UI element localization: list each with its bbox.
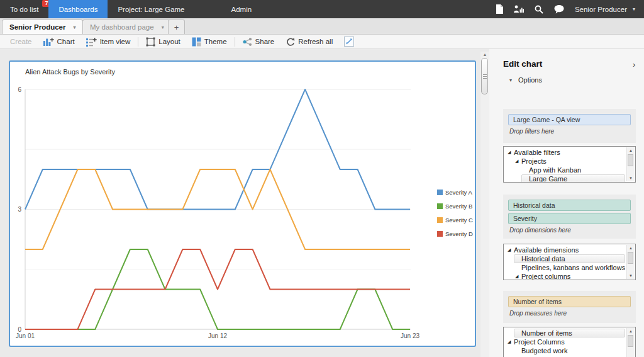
add-item-view-button[interactable]: Item view xyxy=(80,35,136,48)
tree-item-number-of-items[interactable]: Number of items xyxy=(504,329,635,337)
share-button[interactable]: Share xyxy=(237,35,280,48)
nav-item-label: Dashboards xyxy=(58,6,97,13)
collapse-panel-chevron-icon[interactable]: › xyxy=(633,60,635,69)
tree-item-app-with-kanban[interactable]: App with Kanban xyxy=(504,166,635,174)
tree-item-available-filters[interactable]: ◢Available filters xyxy=(504,148,635,157)
toolbar-separator xyxy=(235,37,235,47)
scroll-up-icon[interactable]: ▲ xyxy=(627,246,635,250)
legend-swatch-severity-b xyxy=(437,203,443,209)
scroll-down-icon[interactable]: ▼ xyxy=(627,176,635,180)
chat-icon[interactable] xyxy=(554,5,564,14)
chip-label: Large Game - QA view xyxy=(513,116,580,123)
tree-item-label: Available dimensions xyxy=(514,246,579,254)
plus-icon: + xyxy=(174,23,179,32)
caret-down-icon: ▾ xyxy=(509,77,512,83)
search-icon[interactable] xyxy=(535,5,543,14)
user-name: Senior Producer xyxy=(575,6,627,13)
layout-button[interactable]: Layout xyxy=(140,35,186,48)
main-scrollbar-thumb[interactable] xyxy=(481,58,488,94)
severity-chart-svg: 036Jun 01Jun 12Jun 23Severity ASeverity … xyxy=(10,62,475,346)
scroll-up-icon[interactable]: ▲ xyxy=(627,329,635,333)
expand-triangle-icon[interactable]: ◢ xyxy=(514,159,521,164)
scroll-down-icon[interactable]: ▼ xyxy=(627,274,635,278)
nav-item-label: Admin xyxy=(231,6,252,13)
caret-down-icon[interactable]: ▾ xyxy=(162,25,164,30)
tree-item-label: Project columns xyxy=(521,273,570,280)
nav-item-dashboards[interactable]: Dashboards xyxy=(48,0,108,18)
legend-label-severity-c: Severity C xyxy=(445,217,473,224)
tree-item-label: Number of items xyxy=(521,329,572,337)
main-scrollbar[interactable]: ▲ xyxy=(480,52,489,357)
chip-severity[interactable]: Severity xyxy=(508,213,631,224)
listbox-scrollbar-thumb[interactable] xyxy=(628,252,633,264)
tree-item-pipelines-kanbans-and-workflows[interactable]: Pipelines, kanbans and workflows xyxy=(504,263,635,272)
listbox-scrollbar[interactable]: ▲ xyxy=(626,328,635,357)
tab-label: Senior Producer xyxy=(9,23,65,31)
listbox-scrollbar-thumb[interactable] xyxy=(628,154,633,166)
tree-item-label: Budgeted work xyxy=(521,347,567,354)
panel-title: Edit chart xyxy=(503,59,542,69)
layout-label: Layout xyxy=(158,38,180,45)
add-chart-button[interactable]: Chart xyxy=(38,35,80,48)
chart-widget-card[interactable]: Alien Attack Bugs by Severity 036Jun 01J… xyxy=(9,60,476,347)
tree-item-project-columns[interactable]: ◢Project columns xyxy=(504,272,635,280)
user-report-icon[interactable] xyxy=(514,5,524,14)
share-icon xyxy=(243,37,252,47)
toolbar-separator xyxy=(138,37,138,47)
chart-icon xyxy=(43,37,54,47)
x-tick-label: Jun 01 xyxy=(16,332,35,339)
measures-drop-zone: Number of items Drop measures here xyxy=(503,291,636,323)
chip-historical-data[interactable]: Historical data xyxy=(508,200,631,211)
add-tab-button[interactable]: + xyxy=(168,20,185,34)
x-tick-label: Jun 12 xyxy=(208,332,227,339)
expand-triangle-icon[interactable]: ◢ xyxy=(507,339,514,344)
caret-down-icon: ▾ xyxy=(633,6,635,12)
available-filters-listbox: ◢Available filters◢ProjectsApp with Kanb… xyxy=(503,146,636,183)
nav-item-todo-list[interactable]: To do list 7 xyxy=(0,0,48,18)
tab-my-dashboard-page[interactable]: My dashboard page ▾ xyxy=(82,20,172,34)
nav-item-project-large-game[interactable]: Project: Large Game xyxy=(108,0,194,18)
tree-item-available-dimensions[interactable]: ◢Available dimensions xyxy=(504,246,635,254)
document-icon[interactable] xyxy=(496,4,503,14)
caret-down-icon[interactable]: ▾ xyxy=(73,25,75,30)
scroll-up-icon[interactable]: ▲ xyxy=(480,52,489,57)
theme-button[interactable]: Theme xyxy=(186,35,233,48)
tree-item-budgeted-work[interactable]: Budgeted work xyxy=(504,346,635,355)
listbox-scrollbar-thumb[interactable] xyxy=(628,335,633,347)
chip-label: Number of items xyxy=(513,298,562,305)
create-label: Create xyxy=(10,38,32,45)
tree-item-label: Large Game xyxy=(529,175,567,183)
available-dimensions-listbox: ◢Available dimensionsHistorical dataPipe… xyxy=(503,244,636,280)
expand-triangle-icon[interactable]: ◢ xyxy=(514,274,521,279)
legend-swatch-severity-c xyxy=(437,217,443,223)
item-view-label: Item view xyxy=(100,38,131,45)
nav-item-admin[interactable]: Admin xyxy=(221,0,262,18)
refresh-all-button[interactable]: Refresh all xyxy=(280,35,338,48)
tab-senior-producer[interactable]: Senior Producer ▾ xyxy=(2,20,83,34)
tree-item-label: Projects xyxy=(521,157,547,165)
layout-icon xyxy=(146,37,155,47)
y-tick-label: 6 xyxy=(18,86,21,93)
listbox-scrollbar[interactable]: ▲ ▼ xyxy=(626,147,635,181)
drop-dimensions-hint: Drop dimensions here xyxy=(509,227,631,234)
user-menu[interactable]: Senior Producer ▾ xyxy=(575,6,635,13)
chip-large-game-qa-view[interactable]: Large Game - QA view xyxy=(508,114,631,125)
expand-triangle-icon[interactable]: ◢ xyxy=(507,247,514,252)
scroll-up-icon[interactable]: ▲ xyxy=(627,149,635,152)
expand-triangle-icon[interactable]: ◢ xyxy=(507,150,514,155)
listbox-scrollbar[interactable]: ▲ ▼ xyxy=(626,245,635,279)
tree-item-projects[interactable]: ◢Projects xyxy=(504,157,635,166)
create-button[interactable]: Create xyxy=(4,35,38,48)
chip-number-of-items[interactable]: Number of items xyxy=(508,296,631,307)
maximize-button[interactable] xyxy=(338,35,360,48)
drop-filters-hint: Drop filters here xyxy=(509,128,631,135)
tree-item-historical-data[interactable]: Historical data xyxy=(504,254,635,263)
tree-item-project-columns[interactable]: ◢Project Columns xyxy=(504,337,635,346)
y-tick-label: 0 xyxy=(18,326,21,333)
dimensions-drop-zone: Historical dataSeverity Drop dimensions … xyxy=(503,195,636,239)
options-toggle[interactable]: ▾ Options xyxy=(509,76,542,84)
tree-item-label: App with Kanban xyxy=(529,166,581,174)
dashboard-toolbar: Create Chart Item view Layout Theme Shar… xyxy=(0,35,644,49)
tree-item-large-game[interactable]: Large Game xyxy=(504,174,635,183)
y-tick-label: 3 xyxy=(18,206,21,213)
